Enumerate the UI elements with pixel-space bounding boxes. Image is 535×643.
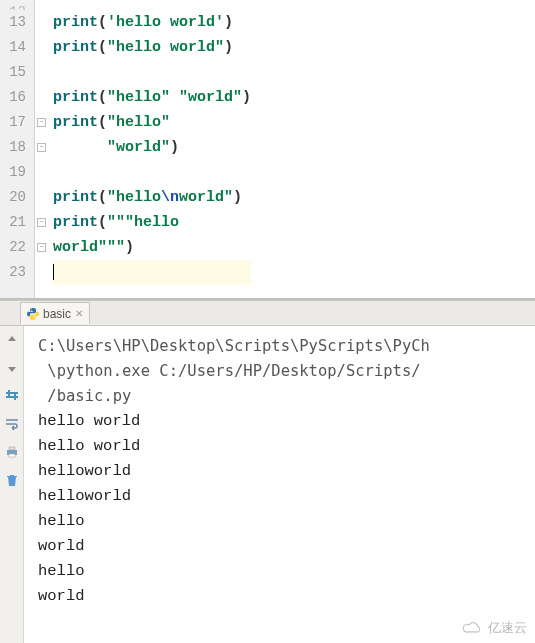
- console-output[interactable]: C:\Users\HP\Desktop\Scripts\PyScripts\Py…: [24, 326, 430, 643]
- settings-icon[interactable]: [4, 388, 20, 404]
- line-number-gutter: 121314151617181920212223: [0, 0, 35, 298]
- svg-rect-0: [6, 392, 18, 394]
- fold-column: −−−−: [35, 0, 49, 298]
- fold-icon[interactable]: −: [37, 143, 46, 152]
- code-line[interactable]: print("""hello: [53, 210, 251, 235]
- console-pane: C:\Users\HP\Desktop\Scripts\PyScripts\Py…: [0, 326, 535, 643]
- console-output-line: hello: [38, 509, 430, 534]
- line-number: 13: [4, 10, 26, 35]
- svg-rect-5: [9, 447, 15, 450]
- code-line[interactable]: [53, 60, 251, 85]
- line-number: 12: [4, 0, 26, 10]
- code-line[interactable]: [53, 260, 251, 285]
- console-tab-bar: basic ✕: [0, 300, 535, 326]
- line-number: 15: [4, 60, 26, 85]
- line-number: 14: [4, 35, 26, 60]
- console-output-line: world: [38, 534, 430, 559]
- line-number: 23: [4, 260, 26, 285]
- arrow-down-icon[interactable]: [4, 360, 20, 376]
- code-line[interactable]: print('hello world'): [53, 10, 251, 35]
- fold-icon[interactable]: −: [37, 118, 46, 127]
- line-number: 19: [4, 160, 26, 185]
- console-output-line: helloworld: [38, 484, 430, 509]
- tab-label: basic: [43, 307, 71, 321]
- text-cursor: [53, 264, 54, 280]
- fold-icon[interactable]: −: [37, 243, 46, 252]
- code-line[interactable]: print("hello" "world"): [53, 85, 251, 110]
- trash-icon[interactable]: [4, 472, 20, 488]
- code-line[interactable]: world"""): [53, 235, 251, 260]
- tab-basic[interactable]: basic ✕: [20, 302, 90, 324]
- console-path-line: C:\Users\HP\Desktop\Scripts\PyScripts\Py…: [38, 334, 430, 359]
- code-line[interactable]: print("hello": [53, 110, 251, 135]
- code-line[interactable]: [53, 160, 251, 185]
- python-icon: [27, 308, 39, 320]
- code-area[interactable]: print('hello world')print("hello world")…: [49, 0, 251, 298]
- line-number: 18: [4, 135, 26, 160]
- code-line[interactable]: [53, 0, 251, 10]
- cloud-icon: [462, 621, 484, 635]
- console-output-line: world: [38, 584, 430, 609]
- code-line[interactable]: print("hello\nworld"): [53, 185, 251, 210]
- watermark-text: 亿速云: [488, 619, 527, 637]
- svg-rect-3: [14, 394, 16, 400]
- editor-pane: 121314151617181920212223 −−−− print('hel…: [0, 0, 535, 300]
- svg-rect-2: [8, 390, 10, 396]
- fold-icon[interactable]: −: [37, 218, 46, 227]
- console-path-line: /basic.py: [38, 384, 430, 409]
- console-output-line: helloworld: [38, 459, 430, 484]
- console-output-line: hello: [38, 559, 430, 584]
- watermark: 亿速云: [462, 619, 527, 637]
- print-icon[interactable]: [4, 444, 20, 460]
- line-number: 16: [4, 85, 26, 110]
- console-path-line: \python.exe C:/Users/HP/Desktop/Scripts/: [38, 359, 430, 384]
- line-number: 17: [4, 110, 26, 135]
- line-number: 22: [4, 235, 26, 260]
- wrap-icon[interactable]: [4, 416, 20, 432]
- code-line[interactable]: "world"): [53, 135, 251, 160]
- console-toolbar: [0, 326, 24, 643]
- svg-rect-1: [6, 396, 18, 398]
- line-number: 20: [4, 185, 26, 210]
- arrow-up-icon[interactable]: [4, 332, 20, 348]
- close-icon[interactable]: ✕: [75, 308, 83, 319]
- code-line[interactable]: print("hello world"): [53, 35, 251, 60]
- console-output-line: hello world: [38, 434, 430, 459]
- line-number: 21: [4, 210, 26, 235]
- console-output-line: hello world: [38, 409, 430, 434]
- svg-rect-6: [9, 454, 15, 457]
